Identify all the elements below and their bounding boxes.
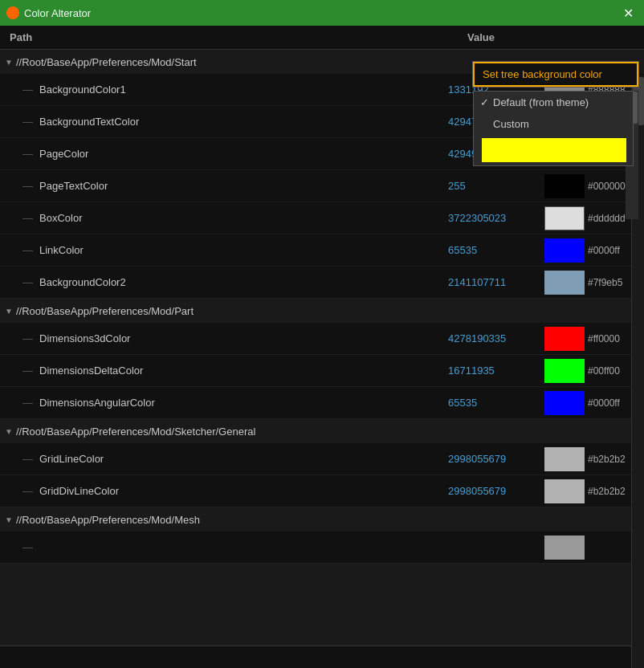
- table-row: — DimensionsDeltaColor 16711935 #00ff00: [0, 355, 644, 387]
- dropdown-overlay: Set tree background color Default (from …: [472, 61, 639, 88]
- color-swatch[interactable]: [544, 479, 585, 503]
- title-bar: Color Alterator ✕: [0, 0, 644, 26]
- table-row: — DimensionsAngularColor 65535 #0000ff: [0, 387, 644, 419]
- color-swatch[interactable]: [544, 327, 585, 351]
- app-icon: [6, 6, 19, 19]
- color-swatch[interactable]: [544, 447, 585, 471]
- arrow-icon: ▼: [5, 307, 13, 316]
- table-row: — Dimensions3dColor 4278190335 #ff0000: [0, 323, 644, 355]
- group-row[interactable]: ▼ //Root/BaseApp/Preferences/Mod/Sketche…: [0, 419, 644, 443]
- app-title: Color Alterator: [24, 7, 91, 19]
- group-row[interactable]: ▼ //Root/BaseApp/Preferences/Mod/Part: [0, 299, 644, 323]
- group-label: //Root/BaseApp/Preferences/Mod/Mesh: [16, 514, 200, 526]
- table-row: — GridLineColor 2998055679 #b2b2b2: [0, 443, 644, 475]
- color-swatch[interactable]: [544, 206, 585, 230]
- group-row[interactable]: ▼ //Root/BaseApp/Preferences/Mod/Mesh: [0, 507, 644, 532]
- color-swatch[interactable]: [544, 391, 585, 415]
- group-label: //Root/BaseApp/Preferences/Mod/Start: [16, 56, 197, 68]
- table-row: — BackgroundColor2 2141107711 #7f9eb5: [0, 267, 644, 299]
- main-content: Path Value ▼ //Root/BaseApp/Preferences/…: [0, 26, 644, 668]
- table-row: —: [0, 532, 644, 564]
- menu-item-default[interactable]: Default (from theme): [474, 92, 633, 113]
- table-header: Path Value: [0, 26, 644, 50]
- arrow-icon: ▼: [5, 515, 13, 524]
- color-swatch[interactable]: [544, 359, 585, 383]
- table-row: — BoxColor 3722305023 #dddddd: [0, 202, 644, 234]
- set-background-button[interactable]: Set tree background color: [473, 62, 638, 87]
- group-label: //Root/BaseApp/Preferences/Mod/Part: [16, 305, 194, 317]
- color-preview-yellow[interactable]: [482, 138, 626, 162]
- table-row: — PageTextColor 255 #000000: [0, 170, 644, 202]
- color-swatch[interactable]: [544, 174, 585, 198]
- color-swatch[interactable]: [544, 238, 585, 263]
- arrow-icon: ▼: [5, 58, 13, 67]
- col-path: Path: [0, 31, 467, 43]
- dropdown-menu: Default (from theme) Custom: [473, 91, 634, 166]
- table-row: — LinkColor 65535 #0000ff: [0, 234, 644, 267]
- status-bar: [0, 646, 644, 668]
- menu-item-custom[interactable]: Custom: [474, 113, 633, 135]
- close-button[interactable]: ✕: [618, 3, 638, 22]
- col-value: Value: [467, 31, 564, 43]
- color-swatch[interactable]: [544, 271, 585, 295]
- table-row: — GridDivLineColor 2998055679 #b2b2b2: [0, 475, 644, 507]
- title-bar-left: Color Alterator: [6, 6, 91, 19]
- group-label: //Root/BaseApp/Preferences/Mod/Sketcher/…: [16, 426, 255, 438]
- color-swatch[interactable]: [544, 536, 585, 560]
- arrow-icon: ▼: [5, 427, 13, 436]
